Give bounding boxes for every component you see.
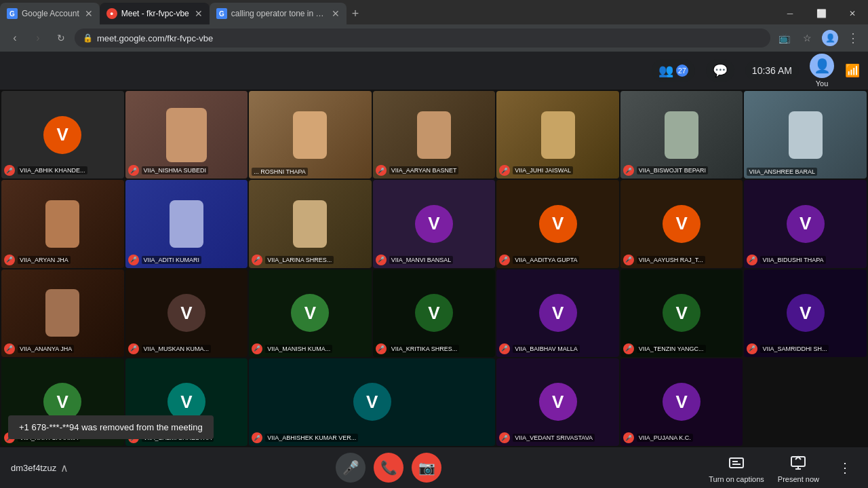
participant-name: VIIA_AADITYA GUPTA: [513, 256, 579, 264]
participant-name: VIIA_LARINA SHRES...: [265, 256, 334, 264]
user-avatar[interactable]: 👤: [810, 54, 834, 78]
present-icon: [787, 452, 809, 474]
new-tab-button[interactable]: +: [347, 3, 365, 24]
participant-count-badge: 27: [676, 64, 688, 77]
mute-badge: 🎤: [128, 343, 139, 354]
bottom-bar: dm3ef4tzuz ∧ 🎤 📞 📷 Turn on captions: [0, 447, 868, 488]
participant-name: VIIA_KRITIKA SHRES...: [389, 345, 460, 353]
mute-badge: 🎤: [376, 165, 387, 176]
participant-tile: V 🎤 VIIA_BIDUSHI THAPA: [744, 180, 867, 267]
mute-badge: 🎤: [252, 255, 262, 265]
present-button[interactable]: Present now: [778, 452, 819, 483]
participant-tile: V 🎤 VIIA_KRITIKA SHRES...: [373, 269, 496, 357]
tab-google-search[interactable]: G calling operator tone in google m... ✕: [210, 3, 347, 24]
mute-badge: 🎤: [128, 255, 139, 265]
reload-button[interactable]: ↻: [52, 29, 71, 48]
mute-badge: 🎤: [499, 432, 510, 443]
user-label: You: [816, 79, 829, 88]
participant-name: VIIA_TENZIN YANGC...: [637, 345, 706, 353]
participant-tile: V 🎤 VIIA_VEDANT SRIVASTAVA: [496, 358, 619, 446]
profile-icon[interactable]: 👤: [821, 29, 840, 48]
participant-name: VIIA_VEDANT SRIVASTAVA: [513, 434, 595, 442]
video-grid: V 🎤 VIIA_ABHIK KHANDE... 🎤 VIIA_NISHMA S…: [0, 90, 868, 447]
participant-tile: ... ROSHNI THAPA: [249, 91, 372, 179]
participant-tile: V 🎤 VIIA_TENZIN YANGC...: [620, 269, 743, 357]
participant-tile: V 🎤 VIIA_PUJANA K.C.: [620, 358, 743, 446]
tab-meet[interactable]: ● Meet - fkr-fvpc-vbe ✕: [100, 3, 210, 24]
participant-name: VIIA_MANVI BANSAL: [389, 256, 454, 264]
participant-tile: V 🎤 VIIA_ABHIK KHANDE...: [1, 91, 124, 179]
participant-name: VIIA_BISWOJIT BEPARI: [637, 166, 708, 174]
more-options-button[interactable]: ⋮: [833, 455, 857, 480]
mute-badge: 🎤: [623, 432, 634, 443]
participant-name: VIIA_NISHMA SUBEDI: [142, 166, 209, 174]
captions-button[interactable]: Turn on captions: [709, 452, 764, 483]
minimize-button[interactable]: ─: [774, 3, 806, 24]
menu-button[interactable]: ⋮: [844, 29, 863, 48]
tab-google-account[interactable]: G Google Account ✕: [0, 3, 100, 24]
url-text: meet.google.com/fkr-fvpc-vbe: [97, 33, 762, 43]
participant-tile: V 🎤 VIIA_BAIBHAV MALLA: [496, 269, 619, 357]
close-button[interactable]: ✕: [837, 3, 868, 24]
participant-name: VIIA_SAMRIDDHI SH...: [760, 345, 829, 353]
participant-name: VIIA_AARYAN BASNET: [389, 166, 459, 174]
mute-badge: 🎤: [376, 255, 387, 265]
mute-badge: 🎤: [252, 343, 262, 354]
participant-tile: V 🎤 VIIA_AAYUSH RAJ_T...: [620, 180, 743, 267]
participant-name: VIIA_ANSHREE BARAL: [747, 168, 817, 176]
tab-favicon: G: [7, 8, 18, 19]
participant-name: VIIA_ANANYA JHA: [18, 345, 74, 353]
close-tab-icon[interactable]: ✕: [85, 8, 93, 19]
mute-badge: 🎤: [128, 165, 139, 176]
chevron-up-icon[interactable]: ∧: [60, 462, 68, 474]
mute-badge: 🎤: [499, 255, 510, 265]
tab-favicon: ●: [106, 8, 117, 19]
svg-rect-3: [791, 457, 805, 466]
forward-button[interactable]: ›: [28, 29, 47, 48]
chat-icon: 💬: [713, 64, 728, 77]
mute-badge: 🎤: [376, 343, 387, 354]
participant-tile: 🎤 VIIA_ARYAN JHA: [1, 180, 124, 267]
mute-badge: 🎤: [499, 165, 510, 176]
people-icon: 👥: [658, 63, 673, 78]
back-button[interactable]: ‹: [5, 29, 24, 48]
address-bar[interactable]: 🔒 meet.google.com/fkr-fvpc-vbe: [75, 29, 770, 48]
camera-button[interactable]: 📷: [412, 453, 441, 483]
participant-name: ... ROSHNI THAPA: [252, 168, 308, 176]
participant-name: VIIA_JUHI JAISWAL: [513, 166, 573, 174]
maximize-button[interactable]: ⬜: [806, 3, 837, 24]
captions-icon: [726, 452, 747, 474]
participants-button[interactable]: 👥 27: [652, 59, 695, 82]
participant-tile: V 🎤 VIIA_ABHISHEK KUMAR VER...: [249, 358, 495, 446]
participant-tile: V 🎤 VIIA_MANISH KUMA...: [249, 269, 372, 357]
participant-name: VIIA_MANISH KUMA...: [265, 345, 332, 353]
participant-name: VIIA_MUSKAN KUMA...: [142, 345, 212, 353]
bookmark-button[interactable]: ☆: [797, 29, 816, 48]
participant-tile: 🎤 VIIA_LARINA SHRES...: [249, 180, 372, 267]
participant-name: VIIA_ARYAN JHA: [18, 256, 71, 264]
hangup-button[interactable]: 📞: [374, 453, 403, 483]
lock-icon: 🔒: [83, 33, 93, 43]
participant-name: VIIA_BIDUSHI THAPA: [760, 256, 825, 264]
participant-name: VIIA_ABHIK KHANDE...: [18, 166, 87, 174]
cast-button[interactable]: 📺: [774, 29, 793, 48]
notification-toast: +1 678-***-**94 was removed from the mee…: [8, 415, 214, 439]
participant-tile: VIIA_ANSHREE BARAL: [744, 91, 867, 179]
participant-name: VIIA_BAIBHAV MALLA: [513, 345, 579, 353]
mute-badge: 🎤: [4, 255, 15, 265]
participant-tile: 🎤 VIIA_BISWOJIT BEPARI: [620, 91, 743, 179]
mic-button[interactable]: 🎤: [336, 453, 366, 483]
close-tab-icon[interactable]: ✕: [332, 8, 340, 19]
participant-name: VIIA_ADITI KUMARI: [142, 256, 202, 264]
mute-badge: 🎤: [623, 255, 634, 265]
participant-tile: 🎤 VIIA_NISHMA SUBEDI: [125, 91, 248, 179]
tab-title: Google Account: [22, 9, 79, 18]
participant-tile: V 🎤 VIIA_AADITYA GUPTA: [496, 180, 619, 267]
mute-badge: 🎤: [252, 432, 262, 443]
participant-name: VIIA_PUJANA K.C.: [637, 434, 693, 442]
participant-tile: V 🎤 VIIA_SAMRIDDHI SH...: [744, 269, 867, 357]
chat-button[interactable]: 💬: [706, 59, 734, 82]
mute-badge: 🎤: [747, 343, 757, 354]
captions-label: Turn on captions: [709, 475, 764, 483]
close-tab-icon[interactable]: ✕: [195, 8, 203, 19]
